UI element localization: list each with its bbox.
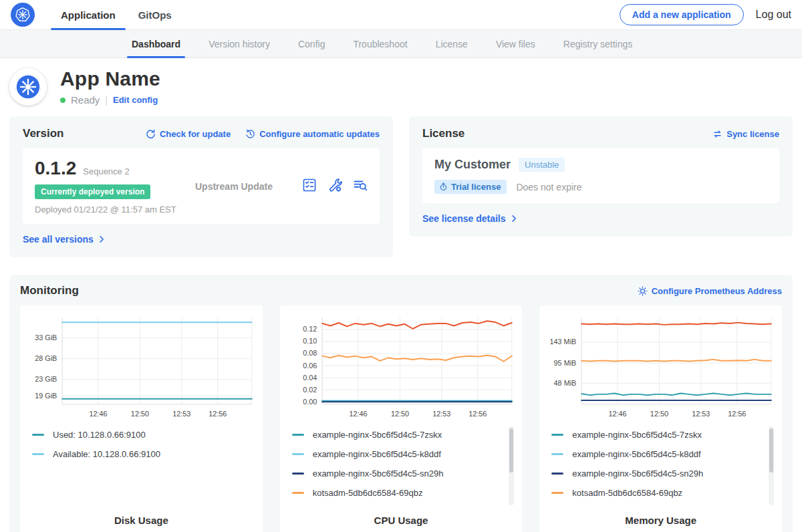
legend-label: kotsadm-5db6dc6584-69qbz (313, 488, 423, 498)
app-avatar (9, 68, 47, 106)
svg-text:12:53: 12:53 (692, 410, 710, 418)
top-navigation: Application GitOps Add a new application… (0, 0, 802, 30)
legend-color-dash (292, 434, 304, 436)
legend-scrollbar-track[interactable] (509, 426, 514, 505)
stopwatch-icon (439, 182, 448, 191)
tab-dashboard[interactable]: Dashboard (118, 30, 194, 57)
status-text: Ready (71, 94, 100, 106)
legend-scrollbar-thumb[interactable] (769, 428, 773, 473)
preflight-checks-button[interactable] (302, 178, 317, 194)
channel-badge: Unstable (519, 158, 565, 172)
svg-text:0.08: 0.08 (303, 349, 317, 357)
cpu-usage-chart: 0.000.020.040.060.080.100.1212:4612:5012… (285, 311, 517, 421)
tab-license[interactable]: License (422, 30, 482, 57)
legend-label: kotsadm-5db6dc6584-69qbz (572, 488, 682, 498)
legend-item: example-nginx-5bc6f5d4c5-k8ddf (551, 444, 774, 464)
svg-text:33 GiB: 33 GiB (35, 334, 57, 342)
svg-text:12:50: 12:50 (650, 410, 668, 418)
legend-color-dash (551, 453, 563, 455)
gear-icon (638, 286, 648, 296)
license-type-badge: Trial license (434, 180, 507, 194)
chevron-right-icon (510, 215, 518, 223)
legend-label: example-nginx-5bc6f5d4c5-k8ddf (313, 449, 441, 459)
configure-auto-updates-link[interactable]: Configure automatic updates (245, 129, 380, 139)
kubernetes-app-icon (14, 73, 42, 101)
legend-label: example-nginx-5bc6f5d4c5-sn29h (572, 469, 703, 479)
legend-item: kotsadm-5db6dc6584-69qbz (551, 483, 774, 503)
cpu-usage-legend: example-nginx-5bc6f5d4c5-7zskxexample-ng… (292, 425, 515, 511)
license-card: License Sync license My (409, 116, 793, 237)
svg-text:12:56: 12:56 (469, 410, 487, 418)
logout-link[interactable]: Log out (756, 9, 791, 21)
disk-usage-chart: 19 GiB23 GiB28 GiB33 GiB12:4612:5012:531… (25, 311, 257, 421)
version-card-title: Version (23, 127, 63, 140)
checklist-icon (302, 178, 317, 192)
legend-item: Available: 10.128.0.66:9100 (32, 444, 255, 464)
version-source-label: Upstream Update (190, 181, 302, 192)
status-dot (60, 98, 65, 103)
svg-text:12:46: 12:46 (609, 410, 627, 418)
version-sequence: Sequence 2 (83, 166, 129, 176)
sync-arrows-icon (712, 129, 722, 139)
view-deploy-logs-button[interactable] (353, 178, 368, 194)
legend-scrollbar-thumb[interactable] (509, 428, 513, 473)
see-all-versions-link[interactable]: See all versions (23, 234, 106, 245)
app-header: App Name Ready | Edit config (0, 58, 802, 116)
legend-color-dash (292, 492, 304, 494)
svg-text:0.12: 0.12 (303, 325, 317, 333)
legend-label: example-nginx-5bc6f5d4c5-7zskx (313, 430, 442, 440)
status-separator: | (105, 95, 108, 106)
svg-text:0.10: 0.10 (303, 337, 317, 345)
refresh-icon (146, 129, 156, 139)
legend-label: example-nginx-5bc6f5d4c5-7zskx (572, 430, 702, 440)
legend-item: example-nginx-5bc6f5d4c5-7zskx (292, 425, 515, 444)
legend-color-dash (292, 453, 304, 455)
legend-item: Used: 10.128.0.66:9100 (32, 425, 255, 444)
wrench-gear-icon (327, 178, 342, 192)
svg-text:12:50: 12:50 (131, 410, 149, 418)
legend-label: example-nginx-5bc6f5d4c5-sn29h (313, 469, 444, 479)
legend-item: example-nginx-5bc6f5d4c5-7zskx (551, 425, 774, 444)
customer-name: My Customer (434, 158, 511, 172)
disk-usage-legend: Used: 10.128.0.66:9100Available: 10.128.… (32, 425, 255, 511)
chevron-right-icon (98, 235, 106, 243)
clock-refresh-icon (245, 129, 255, 139)
chart-title: Disk Usage (25, 515, 257, 526)
legend-item: kotsadm-5db6dc6584-69qbz (292, 483, 515, 503)
svg-text:0.06: 0.06 (303, 362, 317, 370)
legend-label: Available: 10.128.0.66:9100 (53, 449, 160, 459)
legend-item: example-nginx-5bc6f5d4c5-sn29h (551, 464, 774, 483)
svg-text:12:53: 12:53 (172, 410, 190, 418)
chart-title: Memory Usage (545, 515, 777, 526)
cpu-usage-chart-card: 0.000.020.040.060.080.100.1212:4612:5012… (280, 305, 523, 532)
current-version-card: 0.1.2 Sequence 2 Currently deployed vers… (23, 148, 380, 224)
tab-config[interactable]: Config (284, 30, 339, 57)
svg-text:28 GiB: 28 GiB (35, 354, 57, 362)
version-number: 0.1.2 (35, 158, 76, 179)
monitoring-title: Monitoring (20, 284, 79, 297)
topnav-item-gitops[interactable]: GitOps (127, 0, 183, 29)
tab-version-history[interactable]: Version history (194, 30, 284, 57)
edit-config-link[interactable]: Edit config (113, 95, 158, 105)
svg-text:12:46: 12:46 (349, 410, 367, 418)
legend-color-dash (32, 434, 44, 436)
see-license-details-link[interactable]: See license details (422, 213, 518, 224)
svg-text:19 GiB: 19 GiB (35, 392, 57, 400)
check-for-update-link[interactable]: Check for update (146, 129, 231, 139)
kubernetes-logo[interactable] (11, 3, 35, 27)
edit-version-config-button[interactable] (327, 178, 342, 194)
tab-registry-settings[interactable]: Registry settings (549, 30, 646, 57)
tab-view-files[interactable]: View files (482, 30, 549, 57)
legend-scrollbar-track[interactable] (769, 426, 774, 505)
version-card: Version Check for update (9, 116, 393, 257)
svg-text:12:50: 12:50 (391, 410, 409, 418)
sync-license-link[interactable]: Sync license (712, 129, 779, 139)
add-application-button[interactable]: Add a new application (620, 4, 744, 25)
legend-color-dash (551, 492, 563, 494)
topnav-item-application[interactable]: Application (49, 0, 127, 29)
configure-prometheus-link[interactable]: Configure Prometheus Address (638, 286, 782, 296)
disk-usage-chart-card: 19 GiB23 GiB28 GiB33 GiB12:4612:5012:531… (20, 305, 263, 532)
legend-item: example-nginx-5bc6f5d4c5-k8ddf (292, 444, 515, 464)
tab-troubleshoot[interactable]: Troubleshoot (339, 30, 421, 57)
license-expiry: Does not expire (516, 182, 581, 192)
